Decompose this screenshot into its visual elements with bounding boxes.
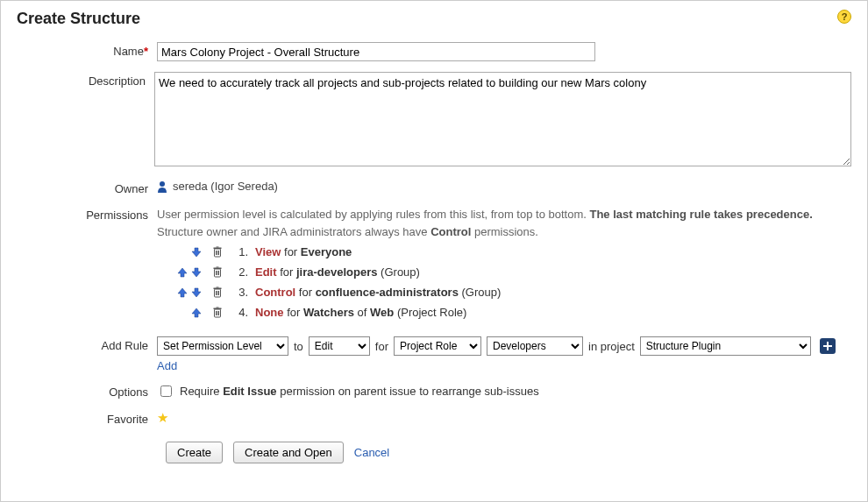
name-label: Name* — [17, 42, 157, 58]
permissions-label: Permissions — [17, 206, 157, 222]
svg-rect-12 — [217, 267, 219, 268]
rule-number: 1. — [232, 245, 248, 258]
svg-rect-18 — [217, 287, 219, 288]
delete-rule-icon[interactable] — [211, 307, 224, 319]
help-icon[interactable]: ? — [837, 10, 851, 24]
svg-rect-24 — [217, 308, 219, 308]
delete-rule-icon[interactable] — [211, 286, 224, 299]
cancel-link[interactable]: Cancel — [354, 446, 389, 459]
svg-rect-6 — [217, 247, 219, 248]
owner-label: Owner — [17, 180, 157, 195]
rule-number: 3. — [232, 286, 248, 299]
rule-number: 2. — [232, 265, 248, 279]
permission-rule-row: 1.View for Everyone — [157, 245, 851, 258]
rule-body: View for Everyone — [255, 245, 352, 258]
rule-body: Control for confluence-administrators (G… — [255, 286, 501, 299]
svg-rect-11 — [214, 268, 222, 270]
move-down-icon[interactable] — [190, 286, 203, 299]
svg-rect-23 — [214, 308, 222, 310]
rule-body: None for Watchers of Web (Project Role) — [255, 306, 466, 319]
favorite-label: Favorite — [17, 410, 157, 426]
addrule-role-select[interactable]: Developers — [487, 336, 583, 356]
permissions-help: User permission level is calculated by a… — [157, 206, 851, 240]
rule-body: Edit for jira-developers (Group) — [255, 265, 420, 279]
addrule-scope-select[interactable]: Project Role — [394, 336, 481, 356]
delete-rule-icon[interactable] — [211, 266, 224, 279]
svg-point-0 — [160, 181, 165, 187]
addrule-label: Add Rule — [17, 336, 157, 352]
description-textarea[interactable] — [154, 72, 851, 166]
permission-rule-row: 2.Edit for jira-developers (Group) — [157, 265, 851, 279]
addrule-to-label: to — [294, 340, 303, 353]
svg-rect-26 — [823, 345, 832, 347]
description-label: Description — [17, 72, 154, 88]
move-down-icon[interactable] — [190, 246, 203, 258]
options-text: Require Edit Issue permission on parent … — [180, 385, 539, 398]
svg-rect-5 — [214, 248, 222, 250]
owner-value: sereda (Igor Sereda) — [173, 180, 278, 193]
move-up-icon[interactable] — [176, 266, 189, 279]
name-input[interactable] — [157, 42, 595, 61]
addrule-to-select[interactable]: Edit — [309, 336, 370, 356]
user-icon — [157, 180, 167, 193]
delete-rule-icon[interactable] — [211, 246, 224, 258]
addrule-project-select[interactable]: Structure Plugin — [640, 336, 811, 356]
permission-rule-row: 4.None for Watchers of Web (Project Role… — [157, 306, 851, 319]
move-up-icon[interactable] — [190, 307, 203, 319]
addrule-perm-select[interactable]: Set Permission Level — [157, 336, 288, 356]
permission-rule-row: 3.Control for confluence-administrators … — [157, 286, 851, 299]
addrule-add-link[interactable]: Add — [157, 359, 177, 372]
addrule-inproject-label: in project — [588, 340, 635, 353]
options-checkbox[interactable] — [160, 385, 172, 397]
favorite-star-icon[interactable]: ★ — [157, 410, 168, 425]
rule-number: 4. — [232, 306, 248, 319]
move-up-icon[interactable] — [176, 286, 189, 299]
create-and-open-button[interactable]: Create and Open — [233, 442, 344, 463]
svg-rect-17 — [214, 288, 222, 290]
addrule-plus-button[interactable] — [820, 338, 836, 354]
page-title: Create Structure — [17, 10, 140, 28]
move-down-icon[interactable] — [190, 266, 203, 279]
options-label: Options — [17, 383, 157, 399]
addrule-for-label: for — [375, 340, 388, 353]
create-button[interactable]: Create — [166, 442, 223, 463]
